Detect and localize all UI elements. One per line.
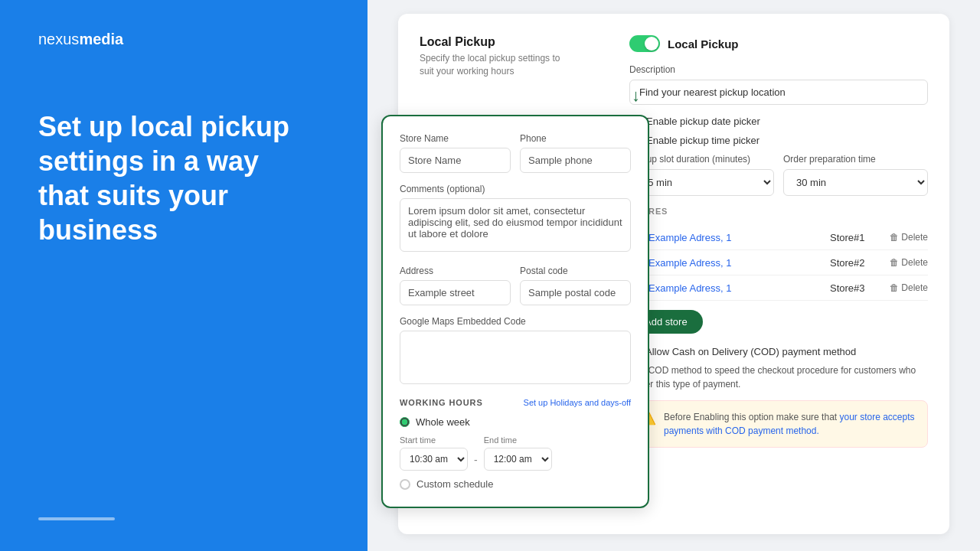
address-input[interactable]: [400, 280, 511, 305]
prep-time-select[interactable]: 30 min 15 min 60 min: [783, 169, 928, 196]
store-address-2[interactable]: Example Adress, 1: [648, 257, 824, 269]
store-name-group: Store Name: [400, 133, 511, 173]
duration-prep-row: Pickup slot duration (minutes) 15 min 30…: [629, 154, 928, 196]
start-time-label: Start time: [400, 435, 468, 445]
whole-week-radio[interactable]: [400, 417, 410, 427]
store-name-2: Store#2: [830, 257, 884, 269]
maps-textarea[interactable]: [400, 331, 631, 384]
description-label: Description: [629, 64, 928, 75]
front-card: Store Name Phone Comments (optional) Lor…: [381, 115, 649, 508]
delete-store-2-button[interactable]: 🗑 Delete: [890, 257, 928, 268]
stores-table: 📍 Example Adress, 1 Store#1 🗑 Delete 📍 E…: [629, 225, 928, 301]
brand-logo: nexusmedia: [38, 31, 329, 48]
slot-duration-select[interactable]: 15 min 30 min 60 min: [629, 169, 774, 196]
delete-store-1-button[interactable]: 🗑 Delete: [890, 232, 928, 243]
toggle-row: Local Pickup: [629, 35, 928, 52]
cod-row: Allow Cash on Delivery (COD) payment met…: [629, 346, 928, 357]
store-address-3[interactable]: Example Adress, 1: [648, 282, 824, 294]
address-label: Address: [400, 266, 511, 276]
phone-input[interactable]: [520, 148, 631, 173]
date-picker-label: Enable pickup date picker: [646, 116, 760, 127]
prep-time-label: Order preparation time: [783, 154, 928, 165]
stores-section-title: STORES: [629, 207, 928, 216]
description-input[interactable]: [629, 80, 928, 105]
store-name-phone-row: Store Name Phone: [400, 133, 631, 173]
custom-schedule-label: Custom schedule: [416, 478, 493, 490]
end-time-label: End time: [484, 435, 552, 445]
store-address-1[interactable]: Example Adress, 1: [648, 232, 824, 243]
holidays-link[interactable]: Set up Holidays and days-off: [524, 398, 631, 407]
brand-name-bold: media: [79, 31, 123, 47]
working-hours-header: WORKING HOURS Set up Holidays and days-o…: [400, 398, 631, 407]
maps-group: Google Maps Embedded Code: [400, 316, 631, 387]
settings-panel: Local Pickup Description Enable pickup d…: [629, 35, 928, 448]
postal-group: Postal code: [520, 266, 631, 305]
whole-week-label: Whole week: [416, 416, 470, 428]
working-hours-title: WORKING HOURS: [400, 398, 483, 407]
back-card-title: Local Pickup: [420, 35, 573, 49]
cod-label: Allow Cash on Delivery (COD) payment met…: [645, 346, 856, 357]
start-time-select[interactable]: 10:30 am 11:00 am: [400, 448, 468, 471]
hero-tagline: Set up local pickup settings in a way th…: [38, 109, 299, 247]
right-area: Local Pickup Specify the local pickup se…: [368, 0, 980, 551]
cod-description: Use COD method to speed the checkout pro…: [629, 364, 928, 391]
store-name-1: Store#1: [830, 232, 884, 243]
slot-duration-group: Pickup slot duration (minutes) 15 min 30…: [629, 154, 774, 196]
postal-label: Postal code: [520, 266, 631, 276]
delete-store-3-button[interactable]: 🗑 Delete: [890, 282, 928, 293]
prep-time-group: Order preparation time 30 min 15 min 60 …: [783, 154, 928, 196]
warning-text: Before Enabling this option make sure th…: [664, 410, 916, 438]
warning-box: ⚠️ Before Enabling this option make sure…: [629, 400, 928, 448]
whole-week-row: Whole week: [400, 416, 631, 428]
slot-duration-label: Pickup slot duration (minutes): [629, 154, 774, 165]
custom-schedule-radio[interactable]: [400, 479, 410, 490]
address-group: Address: [400, 266, 511, 305]
bottom-bar-decoration: [38, 517, 115, 520]
store-row: 📍 Example Adress, 1 Store#1 🗑 Delete: [629, 225, 928, 250]
postal-input[interactable]: [520, 280, 631, 305]
start-time-group: Start time 10:30 am 11:00 am: [400, 435, 468, 471]
maps-label: Google Maps Embedded Code: [400, 316, 631, 327]
brand-name-light: nexus: [38, 31, 79, 47]
address-postal-row: Address Postal code: [400, 266, 631, 305]
time-picker-label: Enable pickup time picker: [646, 135, 760, 146]
end-time-select[interactable]: 12:00 am 1:00 pm: [484, 448, 552, 471]
store-name-input[interactable]: [400, 148, 511, 173]
store-row: 📍 Example Adress, 1 Store#3 🗑 Delete: [629, 276, 928, 301]
store-row: 📍 Example Adress, 1 Store#2 🗑 Delete: [629, 250, 928, 276]
time-picker-row: Enable pickup time picker: [629, 135, 928, 146]
phone-label: Phone: [520, 133, 631, 144]
toggle-label: Local Pickup: [668, 37, 739, 51]
date-picker-row: Enable pickup date picker: [629, 116, 928, 127]
comments-textarea[interactable]: Lorem ipsum dolor sit amet, consectetur …: [400, 198, 631, 252]
comments-label: Comments (optional): [400, 184, 631, 194]
phone-group: Phone: [520, 133, 631, 173]
back-card-subtitle: Specify the local pickup settings to sui…: [420, 52, 573, 78]
custom-schedule-row: Custom schedule: [400, 478, 631, 490]
store-name-3: Store#3: [830, 282, 884, 294]
time-separator: -: [474, 454, 478, 466]
end-time-group: End time 12:00 am 1:00 pm: [484, 435, 552, 471]
local-pickup-toggle[interactable]: [629, 35, 660, 52]
comments-group: Comments (optional) Lorem ipsum dolor si…: [400, 184, 631, 255]
time-row: Start time 10:30 am 11:00 am - End time …: [400, 435, 631, 471]
left-panel: nexusmedia Set up local pickup settings …: [0, 0, 368, 551]
store-name-label: Store Name: [400, 133, 511, 144]
arrow-connector: ↓: [632, 86, 640, 106]
